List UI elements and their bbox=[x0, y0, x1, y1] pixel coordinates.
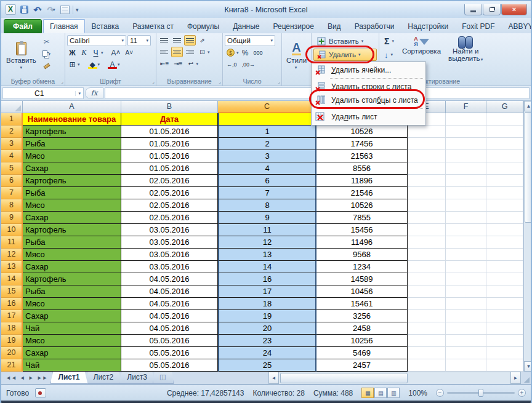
cell-A4[interactable]: Мясо bbox=[23, 150, 121, 162]
cell-D20[interactable]: 5469 bbox=[316, 347, 408, 359]
cell-A14[interactable]: Картофель bbox=[23, 273, 121, 285]
cell-C5[interactable]: 4 bbox=[218, 162, 316, 175]
cell-B5[interactable]: 01.05.2016 bbox=[121, 162, 218, 175]
row-header-14[interactable]: 14 bbox=[1, 273, 23, 285]
align-middle-icon[interactable] bbox=[171, 35, 183, 46]
zoom-out-icon[interactable]: − bbox=[436, 389, 444, 397]
cell-E12[interactable] bbox=[408, 249, 446, 261]
insert-function-button[interactable]: fx bbox=[85, 87, 103, 99]
cell-E4[interactable] bbox=[408, 150, 446, 162]
cell-C12[interactable]: 13 bbox=[218, 249, 316, 261]
cell-E10[interactable] bbox=[408, 224, 446, 236]
ribbon-tab-Файл[interactable]: Файл bbox=[4, 19, 42, 33]
orientation-icon[interactable]: ⇗ bbox=[197, 35, 208, 46]
cell-D14[interactable]: 14589 bbox=[316, 273, 408, 285]
autosum-button[interactable]: Σ▾ bbox=[381, 35, 397, 47]
scroll-right-icon[interactable]: ► bbox=[510, 372, 521, 384]
cell-G6[interactable] bbox=[486, 175, 523, 187]
name-box[interactable]: C1 ▾ bbox=[2, 87, 84, 99]
decrease-indent-icon[interactable]: ⇤≡ bbox=[158, 58, 171, 69]
horizontal-scroll-thumb[interactable] bbox=[280, 373, 408, 383]
cell-G3[interactable] bbox=[486, 138, 523, 150]
row-header-11[interactable]: 11 bbox=[1, 236, 23, 249]
cell-G18[interactable] bbox=[486, 322, 523, 335]
find-select-button[interactable]: Найти и выделить ▾ bbox=[446, 35, 485, 63]
scroll-up-icon[interactable]: ▲ bbox=[524, 101, 532, 111]
cell-G10[interactable] bbox=[486, 224, 523, 236]
cell-B7[interactable]: 02.05.2016 bbox=[121, 187, 218, 199]
cell-D19[interactable]: 10256 bbox=[316, 335, 408, 347]
macro-record-icon[interactable] bbox=[35, 388, 46, 397]
cell-D16[interactable]: 15461 bbox=[316, 298, 408, 310]
prev-sheet-icon[interactable]: ◄ bbox=[20, 375, 25, 381]
menu-item-2[interactable]: Удалить столбцы с листа bbox=[313, 94, 424, 107]
underline-dropdown-icon[interactable]: ▾ bbox=[101, 50, 103, 55]
cell-C6[interactable]: 6 bbox=[218, 175, 316, 187]
cell-D11[interactable]: 11496 bbox=[316, 236, 408, 249]
cell-D18[interactable]: 2458 bbox=[316, 322, 408, 335]
cell-B4[interactable]: 01.05.2016 bbox=[121, 150, 218, 162]
ribbon-tab-Главная[interactable]: Главная bbox=[43, 19, 85, 33]
cell-B20[interactable]: 05.05.2016 bbox=[121, 347, 218, 359]
cell-B13[interactable]: 03.05.2016 bbox=[121, 261, 218, 273]
cell-C7[interactable]: 7 bbox=[218, 187, 316, 199]
fill-color-icon[interactable]: ◆ bbox=[87, 59, 98, 70]
cell-D8[interactable]: 10526 bbox=[316, 199, 408, 212]
cell-A5[interactable]: Сахар bbox=[23, 162, 121, 175]
cell-B9[interactable]: 02.05.2016 bbox=[121, 212, 218, 224]
wrap-text-icon[interactable]: ↩ bbox=[185, 58, 196, 69]
cell-B17[interactable]: 04.05.2016 bbox=[121, 310, 218, 322]
sheet-tab-Лист1[interactable]: Лист1 bbox=[50, 372, 88, 384]
cell-F8[interactable] bbox=[446, 199, 486, 212]
cell-C3[interactable]: 2 bbox=[218, 138, 316, 150]
cell-E6[interactable] bbox=[408, 175, 446, 187]
cell-G1[interactable] bbox=[486, 113, 523, 126]
row-header-7[interactable]: 7 bbox=[1, 187, 23, 199]
paste-button[interactable]: Вставить ▾ bbox=[3, 35, 39, 76]
number-dialog-launcher[interactable]: ⌟ bbox=[278, 79, 280, 84]
name-box-dropdown-icon[interactable]: ▾ bbox=[75, 91, 83, 96]
row-header-2[interactable]: 2 bbox=[1, 126, 23, 138]
cell-F20[interactable] bbox=[446, 347, 486, 359]
grow-font-icon[interactable]: A˄ bbox=[110, 47, 123, 58]
cell-G14[interactable] bbox=[486, 273, 523, 285]
cell-C14[interactable]: 16 bbox=[218, 273, 316, 285]
percent-style-icon[interactable]: % bbox=[240, 47, 251, 58]
row-header-20[interactable]: 20 bbox=[1, 347, 23, 359]
row-header-9[interactable]: 9 bbox=[1, 212, 23, 224]
cell-G21[interactable] bbox=[486, 359, 523, 372]
row-header-15[interactable]: 15 bbox=[1, 285, 23, 298]
scroll-left-icon[interactable]: ◄ bbox=[268, 372, 279, 384]
cell-A8[interactable]: Мясо bbox=[23, 199, 121, 212]
cell-C9[interactable]: 9 bbox=[218, 212, 316, 224]
cell-G7[interactable] bbox=[486, 187, 523, 199]
row-header-10[interactable]: 10 bbox=[1, 224, 23, 236]
row-header-19[interactable]: 19 bbox=[1, 335, 23, 347]
cell-A6[interactable]: Картофель bbox=[23, 175, 121, 187]
cell-G2[interactable] bbox=[486, 126, 523, 138]
align-bottom-icon[interactable] bbox=[184, 35, 196, 46]
ribbon-tab-Foxit PDF[interactable]: Foxit PDF bbox=[455, 19, 501, 33]
accounting-format-icon[interactable]: $ bbox=[225, 47, 236, 58]
cell-E19[interactable] bbox=[408, 335, 446, 347]
cell-C21[interactable]: 25 bbox=[218, 359, 316, 372]
cell-C16[interactable]: 18 bbox=[218, 298, 316, 310]
row-header-21[interactable]: 21 bbox=[1, 359, 23, 372]
cell-G19[interactable] bbox=[486, 335, 523, 347]
minimize-button[interactable] bbox=[464, 4, 482, 15]
cell-E3[interactable] bbox=[408, 138, 446, 150]
menu-item-0[interactable]: Удалить ячейки... bbox=[313, 63, 424, 77]
scroll-down-icon[interactable]: ▼ bbox=[524, 361, 532, 372]
cell-E13[interactable] bbox=[408, 261, 446, 273]
decrease-decimal-icon[interactable]: ,00→ bbox=[240, 59, 257, 70]
zoom-in-icon[interactable]: + bbox=[518, 389, 526, 397]
column-header-A[interactable]: A bbox=[23, 101, 121, 113]
cell-E7[interactable] bbox=[408, 187, 446, 199]
cell-C8[interactable]: 8 bbox=[218, 199, 316, 212]
cell-E17[interactable] bbox=[408, 310, 446, 322]
cell-A3[interactable]: Рыба bbox=[23, 138, 121, 150]
align-right-icon[interactable] bbox=[184, 47, 196, 57]
cell-D4[interactable]: 21563 bbox=[316, 150, 408, 162]
ribbon-tab-Рецензирое[interactable]: Рецензирое bbox=[266, 19, 320, 33]
underline-button[interactable]: Ч bbox=[91, 47, 101, 58]
